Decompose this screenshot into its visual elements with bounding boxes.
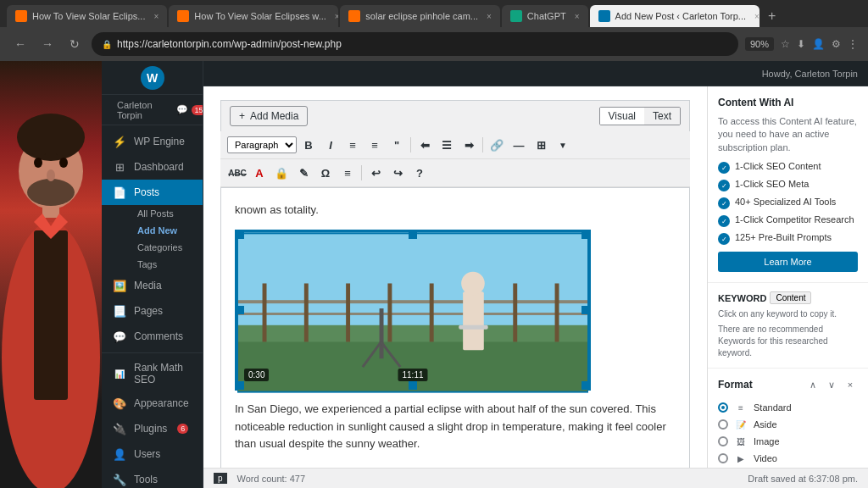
tab-2[interactable]: How To View Solar Eclipses w... × [169,5,338,27]
forward-button[interactable]: → [37,34,58,54]
link-button[interactable]: 🔗 [487,135,507,155]
bold-button[interactable]: B [298,135,319,155]
wp-logo-icon[interactable]: W [141,66,164,90]
tab-1[interactable]: How To View Solar Eclips... × [7,5,167,27]
indent-button[interactable]: ≡ [337,163,358,183]
ordered-list-button[interactable]: ≡ [364,135,385,155]
tags-link[interactable]: Tags [127,256,203,273]
resize-handle-ml[interactable] [236,306,244,314]
format-close-button[interactable]: × [843,377,858,392]
sidebar-item-rank-math[interactable]: 📊 Rank Math SEO [102,357,203,391]
sidebar-item-tools[interactable]: 🔧 Tools [102,467,203,488]
tab-3-close[interactable]: × [487,12,492,21]
format-radio-standard[interactable] [718,402,728,413]
tab-4[interactable]: ChatGPT × [502,5,588,27]
sidebar-item-pages[interactable]: 📃 Pages [102,298,203,324]
format-radio-video[interactable] [718,453,728,463]
resize-handle-bl[interactable] [236,381,244,390]
tab-4-close[interactable]: × [575,12,580,21]
content-inner: + Add Media Visual Text Paragraph B I ≡ [203,86,868,468]
feature-5: ✓ 125+ Pre-Built Prompts [718,232,858,245]
sidebar-item-appearance[interactable]: 🎨 Appearance [102,391,203,416]
reload-button[interactable]: ↻ [64,34,85,54]
help-button[interactable]: ? [409,163,430,183]
sidebar-item-posts[interactable]: 📄 Posts [102,180,203,205]
tab-2-close[interactable]: × [335,12,339,21]
admin-howdy: Howdy, Carleton Torpin [762,69,858,79]
download-icon[interactable]: ⬇ [797,38,805,50]
format-radio-aside[interactable] [718,419,728,430]
back-button[interactable]: ← [10,34,31,54]
visual-tab[interactable]: Visual [600,108,644,125]
resize-handle-tl[interactable] [236,230,244,239]
format-option-aside[interactable]: 📝 Aside [718,416,858,433]
add-media-button[interactable]: + Add Media [230,106,308,126]
format-select[interactable]: Paragraph [227,136,297,153]
profile-icon[interactable]: 👤 [812,38,825,50]
resize-handle-br[interactable] [581,381,590,390]
tab-5-close[interactable]: × [754,12,760,21]
sidebar-item-wp-engine[interactable]: ⚡ WP Engine [102,129,203,154]
format-option-image[interactable]: 🖼 Image [718,433,858,450]
learn-more-button[interactable]: Learn More [718,252,858,272]
all-posts-link[interactable]: All Posts [127,205,203,222]
align-left-button[interactable]: ⬅ [415,135,435,155]
tab-5-active[interactable]: Add New Post ‹ Carleton Torp... × [590,5,760,27]
resize-handle-tc[interactable] [409,230,417,239]
font-color-button[interactable]: A [249,163,270,183]
content-area: Howdy, Carleton Torpin + Add Media Visua… [203,61,868,488]
fullscreen-button[interactable]: ⊞ [531,135,551,155]
media-block[interactable]: 0:30 11:11 [235,230,591,391]
tab-3[interactable]: solar eclipse pinhole cam... × [340,5,500,27]
add-new-link[interactable]: Add New [127,222,203,239]
resize-handle-tr[interactable] [581,230,590,239]
bookmark-icon[interactable]: ☆ [781,38,790,50]
clear-format-button[interactable]: ✎ [293,163,314,183]
format-down-button[interactable]: ∨ [824,377,839,392]
format-option-standard[interactable]: ≡ Standard [718,399,858,416]
keyword-content-button[interactable]: Content [770,291,811,304]
unordered-list-button[interactable]: ≡ [342,135,363,155]
sidebar-item-plugins[interactable]: 🔌 Plugins 6 [102,416,203,441]
align-center-button[interactable]: ☰ [437,135,457,155]
align-right-button[interactable]: ➡ [459,135,479,155]
text-tab[interactable]: Text [644,108,680,125]
extensions-icon[interactable]: ⚙ [832,38,841,50]
check-icon-1: ✓ [718,162,730,174]
svg-rect-18 [304,283,309,341]
browser-toolbar-right: ☆ ⬇ 👤 ⚙ ⋮ [781,38,858,50]
more-button[interactable]: — [509,135,529,155]
format-up-button[interactable]: ∧ [805,377,821,392]
resize-handle-bc[interactable] [409,381,417,390]
paste-as-text-button[interactable]: 🔒 [271,163,292,183]
resize-handle-mr[interactable] [581,306,590,314]
special-chars-button[interactable]: Ω [315,163,336,183]
admin-comments[interactable]: 💬 15 [171,95,203,125]
sidebar-item-comments[interactable]: 💬 Comments [102,324,203,349]
undo-button[interactable]: ↩ [365,163,386,183]
tab-4-label: ChatGPT [527,11,566,21]
keyword-info-text: There are no recommended Keywords for th… [718,324,858,359]
feature-1: ✓ 1-Click SEO Content [718,161,858,174]
sidebar-item-dashboard[interactable]: ⊞ Dashboard [102,154,203,180]
menu-icon[interactable]: ⋮ [848,38,858,50]
blockquote-button[interactable]: " [387,135,407,155]
address-bar[interactable]: 🔒 https://carletontorpin.com/wp-admin/po… [92,32,738,56]
new-tab-button[interactable]: + [761,5,783,27]
user-photo [0,61,102,488]
sidebar-item-users[interactable]: 👤 Users [102,441,203,467]
format-option-video[interactable]: ▶ Video [718,450,858,467]
editor-body[interactable]: known as totality. [220,187,690,468]
posts-label: Posts [134,186,159,198]
format-radio-image[interactable] [718,436,728,446]
sidebar-item-media[interactable]: 🖼️ Media [102,273,203,298]
toolbar-toggle-button[interactable]: ▼ [553,135,573,155]
admin-site-name[interactable]: Carleton Torpin [112,95,158,125]
tab-1-close[interactable]: × [153,12,159,21]
italic-button[interactable]: I [320,135,341,155]
sidebar-section-main: ⚡ WP Engine ⊞ Dashboard 📄 Posts All Post… [102,125,203,488]
tab-2-label: How To View Solar Eclipses w... [194,11,326,21]
redo-button[interactable]: ↪ [387,163,408,183]
strikethrough-button[interactable]: ABC [227,163,248,183]
categories-link[interactable]: Categories [127,239,203,256]
